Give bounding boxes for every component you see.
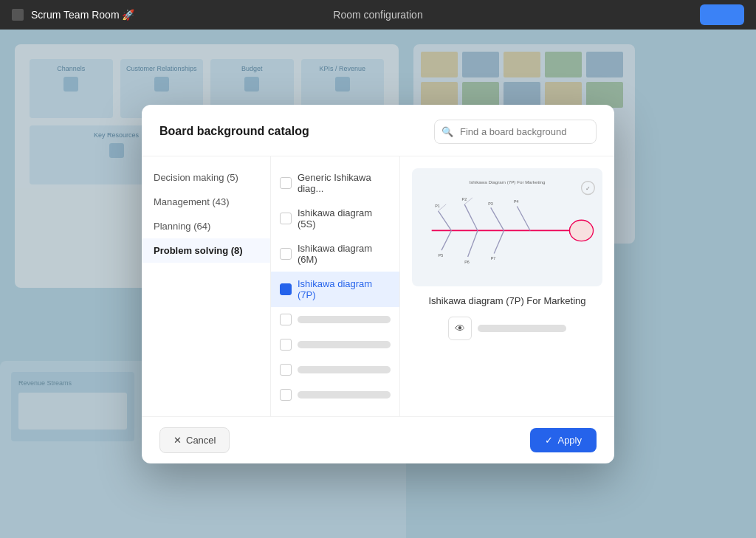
preview-svg: Ishikawa Diagram (7P) For Marketing — [412, 168, 602, 286]
template-list-panel: Generic Ishikawa diag... Ishikawa diagra… — [271, 156, 400, 416]
preview-panel: Ishikawa Diagram (7P) For Marketing — [400, 156, 614, 416]
template-item-placeholder-1[interactable] — [271, 307, 399, 332]
template-label-placeholder — [298, 316, 391, 323]
category-item-planning[interactable]: Planning (64) — [142, 214, 270, 238]
apply-check-icon: ✓ — [545, 435, 553, 446]
template-checkbox-p2[interactable] — [280, 339, 292, 351]
category-item-decision-making[interactable]: Decision making (5) — [142, 165, 270, 190]
svg-text:P5: P5 — [439, 253, 444, 258]
titlebar: Scrum Team Room 🚀 Room configuration — [0, 0, 756, 30]
search-input[interactable] — [434, 120, 597, 144]
template-label: Ishikawa diagram (7P) — [298, 278, 391, 300]
apply-button[interactable]: ✓ Apply — [530, 428, 597, 452]
titlebar-action-button[interactable] — [700, 4, 744, 25]
template-item-ishikawa-7p[interactable]: Ishikawa diagram (7P) — [271, 272, 399, 307]
svg-text:✓: ✓ — [585, 185, 591, 192]
svg-text:P7: P7 — [491, 256, 496, 261]
svg-text:P6: P6 — [464, 259, 470, 263]
template-label-placeholder — [298, 366, 391, 373]
template-checkbox-7p[interactable] — [280, 283, 292, 295]
app-title: Scrum Team Room 🚀 — [31, 9, 134, 21]
template-item-placeholder-3[interactable] — [271, 357, 399, 382]
page-title: Room configuration — [333, 9, 422, 21]
template-item-ishikawa-6m[interactable]: Ishikawa diagram (6M) — [271, 236, 399, 272]
cancel-button[interactable]: ✕ Cancel — [159, 427, 230, 453]
preview-title: Ishikawa diagram (7P) For Marketing — [428, 295, 585, 306]
template-checkbox-5s[interactable] — [280, 213, 292, 224]
template-label: Generic Ishikawa diag... — [298, 172, 391, 194]
preview-placeholder-bar — [478, 325, 566, 332]
template-item-ishikawa-5s[interactable]: Ishikawa diagram (5S) — [271, 201, 399, 236]
category-item-problem-solving[interactable]: Problem solving (8) — [142, 238, 270, 263]
dialog-title: Board background catalog — [159, 125, 309, 138]
search-container: 🔍 — [434, 120, 597, 144]
template-label: Ishikawa diagram (5S) — [298, 207, 391, 230]
template-label-placeholder — [298, 391, 391, 399]
cancel-x-icon: ✕ — [173, 435, 182, 446]
template-checkbox-p1[interactable] — [280, 314, 292, 325]
cancel-label: Cancel — [186, 435, 216, 446]
dialog-overlay: Board background catalog 🔍 Decision maki… — [0, 30, 756, 538]
template-checkbox-6m[interactable] — [280, 248, 292, 260]
svg-text:P4: P4 — [514, 199, 519, 204]
app-icon — [12, 9, 24, 21]
preview-view-button[interactable]: 👁 — [448, 317, 472, 340]
preview-actions: 👁 — [448, 317, 566, 340]
dialog-body: Decision making (5) Management (43) Plan… — [142, 156, 614, 416]
search-icon: 🔍 — [441, 126, 453, 137]
preview-image: Ishikawa Diagram (7P) For Marketing — [412, 168, 602, 286]
template-item-placeholder-2[interactable] — [271, 332, 399, 357]
template-item-generic-ishikawa[interactable]: Generic Ishikawa diag... — [271, 165, 399, 201]
template-label-placeholder — [298, 341, 391, 348]
svg-text:P3: P3 — [488, 201, 493, 205]
template-checkbox-p4[interactable] — [280, 389, 292, 401]
svg-text:P2: P2 — [462, 197, 467, 201]
category-item-management[interactable]: Management (43) — [142, 190, 270, 214]
categories-panel: Decision making (5) Management (43) Plan… — [142, 156, 271, 416]
svg-text:P1: P1 — [435, 204, 440, 208]
template-checkbox-generic[interactable] — [280, 177, 292, 189]
dialog-header: Board background catalog 🔍 — [142, 105, 614, 156]
template-checkbox-p3[interactable] — [280, 364, 292, 376]
apply-label: Apply — [557, 435, 582, 446]
svg-point-4 — [570, 220, 594, 241]
dialog-footer: ✕ Cancel ✓ Apply — [142, 416, 614, 463]
template-label: Ishikawa diagram (6M) — [298, 243, 391, 265]
board-background-catalog-dialog: Board background catalog 🔍 Decision maki… — [142, 105, 614, 463]
svg-text:Ishikawa Diagram (7P) For Mark: Ishikawa Diagram (7P) For Marketing — [470, 179, 546, 184]
template-item-placeholder-4[interactable] — [271, 382, 399, 407]
